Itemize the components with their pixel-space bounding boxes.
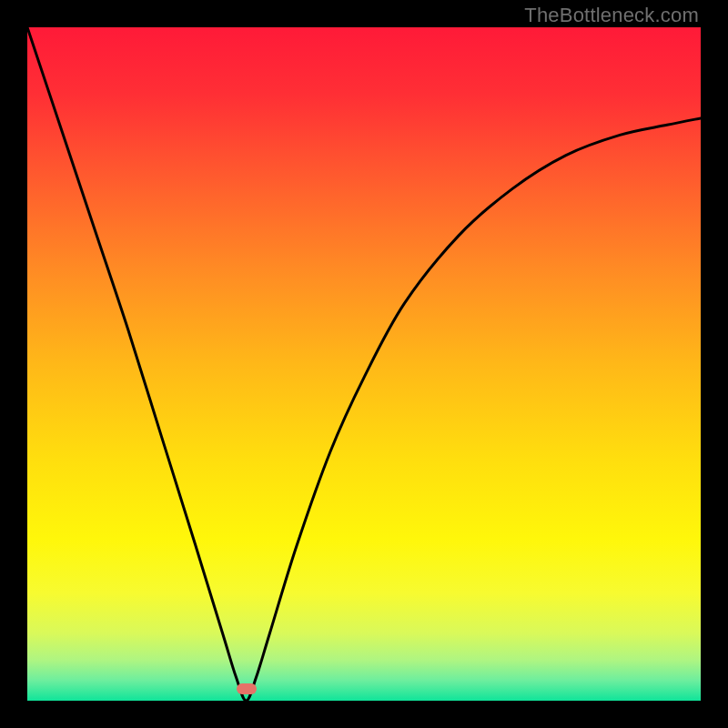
optimal-point-marker <box>237 683 257 694</box>
watermark-text: TheBottleneck.com <box>524 4 699 27</box>
plot-frame <box>27 27 701 701</box>
curve-path <box>27 27 701 701</box>
bottleneck-curve <box>27 27 701 701</box>
